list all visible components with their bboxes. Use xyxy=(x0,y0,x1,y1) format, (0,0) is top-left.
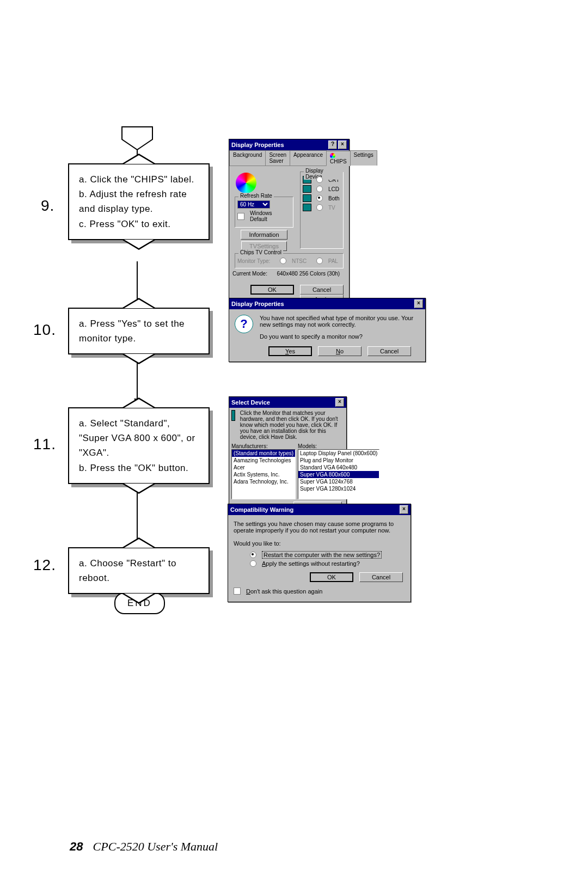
step-12-text: a. Choose "Restart" to reboot. xyxy=(79,556,199,585)
list-item[interactable]: Aamazing Technologies xyxy=(232,457,295,464)
current-mode-label: Current Mode: xyxy=(232,271,267,277)
flow-step-10: a. Press "Yes" to set the monitor type. xyxy=(68,308,210,354)
dlg4-titlebar[interactable]: Compatibility Warning× xyxy=(228,504,411,515)
dlg2-message-2: Do you want to specify a monitor now? xyxy=(260,333,420,340)
tab-screensaver[interactable]: Screen Saver xyxy=(265,150,290,166)
manual-page: 9. a. Click the "CHIPS" label. b. Adjust… xyxy=(0,0,588,881)
step-10-text: a. Press "Yes" to set the monitor type. xyxy=(79,316,199,346)
tab-appearance[interactable]: Appearance xyxy=(290,150,327,166)
dlg4-prompt: Would you like to: xyxy=(234,540,405,547)
tab-settings[interactable]: Settings xyxy=(350,150,377,166)
dlg1-tabs: Background Screen Saver Appearance CHIPS… xyxy=(229,150,349,166)
dlg1-titlebar[interactable]: Display Properties ?× xyxy=(229,139,349,150)
specify-monitor-dialog: Display Properties× ? You have not speci… xyxy=(229,298,426,362)
list-item[interactable]: Acer xyxy=(232,464,295,471)
refresh-rate-select[interactable]: 60 Hz xyxy=(237,200,270,209)
list-item[interactable]: Adara Technology, Inc. xyxy=(232,478,295,485)
tv-radio xyxy=(316,204,323,211)
connector-shape xyxy=(121,126,153,150)
dlg4-message: The settings you have chosen may cause s… xyxy=(234,521,405,534)
models-label: Models: xyxy=(298,443,379,449)
both-radio[interactable] xyxy=(316,195,323,201)
dlg4-title: Compatibility Warning xyxy=(230,506,293,513)
list-item[interactable]: Super VGA 1280x1024 xyxy=(298,485,379,492)
list-item[interactable]: Actix Systems, Inc. xyxy=(232,471,295,478)
manufacturers-list[interactable]: (Standard monitor types) Aamazing Techno… xyxy=(231,449,296,499)
crt-radio[interactable] xyxy=(316,176,323,183)
chips-logo-icon xyxy=(236,173,256,193)
step-9-text: a. Click the "CHIPS" label. b. Adjust th… xyxy=(79,172,199,231)
list-item[interactable]: Laptop Display Panel (800x600) xyxy=(298,450,379,457)
dlg3-title: Select Device xyxy=(231,399,270,406)
lcd-icon xyxy=(303,185,311,193)
tab-background[interactable]: Background xyxy=(229,150,266,166)
list-item[interactable]: Super VGA 800x600 xyxy=(298,471,379,478)
dlg3-hint: Click the Monitor that matches your hard… xyxy=(240,410,344,440)
page-number: 28 xyxy=(70,840,83,853)
question-icon: ? xyxy=(235,315,253,333)
step-number-10: 10. xyxy=(33,321,56,339)
ok-button[interactable]: OK xyxy=(310,572,353,582)
page-footer: 28 CPC-2520 User's Manual xyxy=(70,840,218,854)
step-number-12: 12. xyxy=(33,556,56,574)
ok-button[interactable]: OK xyxy=(250,285,294,295)
svg-marker-0 xyxy=(122,127,152,150)
flow-step-9: a. Click the "CHIPS" label. b. Adjust th… xyxy=(68,163,210,240)
cancel-button[interactable]: Cancel xyxy=(367,346,411,356)
dlg2-title: Display Properties xyxy=(231,301,284,307)
close-icon[interactable]: × xyxy=(414,299,423,308)
models-list[interactable]: Laptop Display Panel (800x600) Plug and … xyxy=(298,449,379,499)
cancel-button[interactable]: Cancel xyxy=(359,572,403,582)
flow-step-12: a. Choose "Restart" to reboot. xyxy=(68,547,210,594)
information-button[interactable]: Information xyxy=(241,230,287,240)
tv-control-label: Chips TV Control xyxy=(238,249,283,255)
manufacturers-label: Manufacturers: xyxy=(231,443,296,449)
step-11-text: a. Select "Standard", "Super VGA 800 x 6… xyxy=(79,416,199,475)
apply-option-label: Apply the settings without restarting? xyxy=(262,560,360,567)
dlg2-titlebar[interactable]: Display Properties× xyxy=(229,298,425,309)
restart-radio[interactable] xyxy=(250,552,256,558)
dont-ask-label: Don't ask this question again xyxy=(246,588,322,595)
lcd-radio[interactable] xyxy=(316,186,323,192)
display-properties-chips-dialog: Display Properties ?× Background Screen … xyxy=(229,139,350,308)
list-item[interactable]: Standard VGA 640x480 xyxy=(298,464,379,471)
dlg1-title: Display Properties xyxy=(231,142,284,148)
manual-title: CPC-2520 User's Manual xyxy=(93,840,218,853)
display-device-label: Display Device xyxy=(304,168,343,180)
flow-arrow xyxy=(137,490,138,544)
both-icon xyxy=(303,194,311,202)
close-icon[interactable]: × xyxy=(335,398,344,407)
windows-default-checkbox[interactable] xyxy=(237,213,244,220)
flow-step-11: a. Select "Standard", "Super VGA 800 x 6… xyxy=(68,407,210,484)
close-icon[interactable]: × xyxy=(400,505,408,514)
no-button[interactable]: No xyxy=(318,346,362,356)
flow-arrow xyxy=(137,359,138,403)
dont-ask-checkbox[interactable] xyxy=(234,588,241,595)
tv-icon xyxy=(303,204,311,211)
step-number-11: 11. xyxy=(33,436,56,453)
cancel-button[interactable]: Cancel xyxy=(300,285,344,295)
compatibility-warning-dialog: Compatibility Warning× The settings you … xyxy=(228,504,411,602)
restart-option-label: Restart the computer with the new settin… xyxy=(262,551,382,559)
list-item[interactable]: Super VGA 1024x768 xyxy=(298,478,379,485)
tab-chips[interactable]: CHIPS xyxy=(326,151,351,166)
monitor-icon xyxy=(231,410,235,421)
current-mode-value: 640x480 256 Colors (30h) xyxy=(277,271,340,277)
dlg2-message-1: You have not specified what type of moni… xyxy=(260,315,420,328)
yes-button[interactable]: Yes xyxy=(268,346,312,356)
list-item[interactable]: Plug and Play Monitor xyxy=(298,457,379,464)
dlg3-titlebar[interactable]: Select Device× xyxy=(229,397,346,408)
refresh-rate-label: Refresh Rate xyxy=(238,193,274,199)
close-icon[interactable]: × xyxy=(338,140,347,149)
windows-default-label: Windows Default xyxy=(250,210,291,222)
help-icon[interactable]: ? xyxy=(328,140,337,149)
apply-radio[interactable] xyxy=(250,560,256,567)
list-item[interactable]: (Standard monitor types) xyxy=(232,450,295,457)
step-number-9: 9. xyxy=(41,197,54,215)
